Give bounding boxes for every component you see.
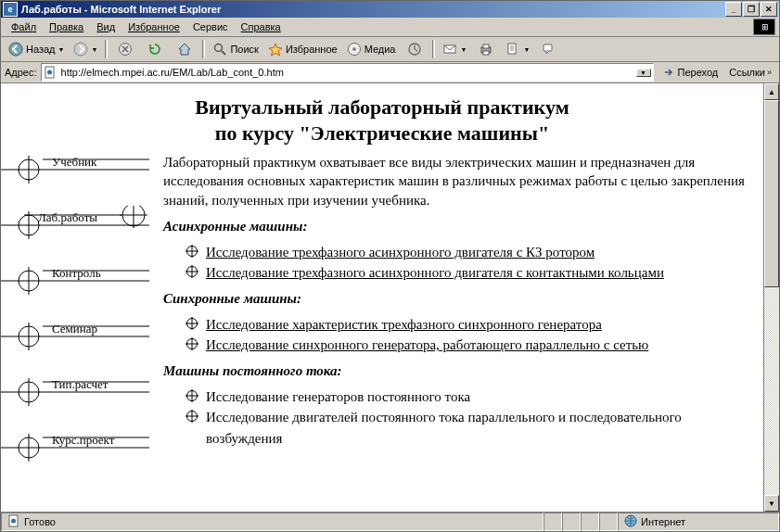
scroll-thumb[interactable]: [764, 100, 779, 287]
address-label: Адрес:: [5, 67, 37, 78]
intro-paragraph: Лабораторный практикум охватывает все ви…: [163, 153, 750, 209]
lab-text-item: Исследование генераторов постоянного ток…: [185, 386, 750, 408]
go-button[interactable]: Переход: [658, 65, 722, 80]
maximize-button[interactable]: ❐: [743, 2, 760, 17]
svg-point-14: [47, 70, 52, 75]
lab-link-text: Исследование синхронного генератора, раб…: [206, 335, 648, 356]
lab-link-item[interactable]: Исследование синхронного генератора, раб…: [185, 335, 750, 356]
go-label: Переход: [678, 67, 719, 78]
brand-logo: ⊞: [753, 19, 775, 35]
media-button[interactable]: Медиа: [343, 38, 400, 60]
lab-link-text: Исследование характеристик трехфазного с…: [206, 314, 602, 336]
menu-view[interactable]: Вид: [90, 19, 121, 34]
nav-label: Лаб.работы: [38, 210, 97, 225]
scroll-up-button[interactable]: ▲: [764, 83, 779, 100]
dropdown-icon: ▼: [523, 46, 530, 53]
lab-link-item[interactable]: Исследование трехфазного асинхронного дв…: [185, 242, 750, 263]
svg-point-5: [352, 47, 356, 51]
page-icon: [44, 66, 57, 79]
address-bar: Адрес: ▼ Переход Ссылки »: [1, 62, 779, 83]
svg-rect-10: [483, 51, 489, 55]
lab-link-text: Исследование трехфазного асинхронного дв…: [206, 242, 595, 263]
search-button[interactable]: Поиск: [209, 38, 262, 60]
nav-label: Тип.расчет: [52, 377, 109, 392]
section-dc-title: Машины постоянного тока: [163, 363, 338, 378]
nav-seminar[interactable]: Семинар: [1, 317, 163, 356]
section-sync-title: Синхронные машины: [163, 291, 297, 306]
nav-label: Контроль: [52, 266, 101, 281]
edit-icon: [505, 42, 520, 57]
status-pad: [543, 513, 562, 531]
edit-button[interactable]: ▼: [502, 38, 533, 60]
lab-text: Исследование двигателей постоянного тока…: [206, 407, 750, 449]
favorites-button[interactable]: Избранное: [264, 38, 341, 60]
svg-rect-12: [543, 44, 552, 51]
home-button[interactable]: [171, 38, 198, 60]
history-icon: [407, 42, 422, 57]
go-icon: [661, 65, 676, 80]
close-button[interactable]: ✕: [761, 2, 777, 17]
nav-textbook[interactable]: Учебник: [1, 150, 163, 189]
home-icon: [177, 42, 192, 57]
globe-icon: [624, 514, 637, 529]
menu-help[interactable]: Справка: [235, 19, 288, 34]
media-label: Медиа: [364, 44, 396, 55]
browser-window: e Лаб.работы - Microsoft Internet Explor…: [0, 0, 780, 532]
menu-tools[interactable]: Сервис: [186, 19, 235, 34]
bullet-icon: [185, 410, 198, 423]
content-viewport: Виртуальный лабораторный практикум по ку…: [1, 83, 779, 512]
svg-point-0: [9, 43, 22, 56]
print-button[interactable]: [472, 38, 500, 60]
svg-point-3: [215, 44, 223, 52]
forward-button[interactable]: ▼: [70, 38, 101, 60]
address-dropdown[interactable]: ▼: [636, 69, 651, 77]
vertical-scrollbar[interactable]: ▲ ▼: [763, 83, 779, 512]
back-button[interactable]: Назад ▼: [5, 38, 68, 60]
zone-text: Интернет: [641, 516, 685, 527]
back-arrow-icon: [8, 42, 23, 57]
lab-link-text: Исследование трехфазного асинхронного дв…: [206, 262, 664, 284]
menu-file[interactable]: Файл: [5, 19, 43, 34]
forward-arrow-icon: [73, 42, 88, 57]
refresh-icon: [147, 42, 162, 57]
status-pad: [581, 513, 599, 531]
nav-label: Курс.проект: [52, 433, 114, 448]
nav-typcalc[interactable]: Тип.расчет: [1, 373, 163, 412]
minimize-button[interactable]: _: [725, 2, 742, 17]
nav-courseproj[interactable]: Курс.проект: [1, 428, 163, 467]
stop-button[interactable]: [111, 38, 139, 60]
lab-link-item[interactable]: Исследование трехфазного асинхронного дв…: [185, 262, 750, 284]
nav-control[interactable]: Контроль: [1, 261, 163, 300]
search-label: Поиск: [230, 44, 258, 55]
sidebar-nav: Учебник Лаб: [1, 146, 163, 484]
discuss-button[interactable]: [535, 38, 563, 60]
refresh-button[interactable]: [141, 38, 169, 60]
favorites-label: Избранное: [286, 44, 338, 55]
toolbar: Назад ▼ ▼: [1, 37, 779, 62]
history-button[interactable]: [401, 38, 428, 60]
security-zone: Интернет: [618, 513, 779, 531]
dropdown-icon: ▼: [58, 46, 65, 53]
page-title-line1: Виртуальный лабораторный практикум: [1, 95, 763, 120]
scroll-down-button[interactable]: ▼: [764, 495, 779, 512]
chevron-right-icon: »: [767, 68, 772, 77]
nav-labs[interactable]: Лаб.работы: [1, 206, 163, 245]
document-icon: [7, 514, 20, 529]
stop-icon: [118, 42, 133, 57]
lab-link-item[interactable]: Исследование характеристик трехфазного с…: [185, 314, 750, 336]
bullet-icon: [185, 337, 198, 350]
main-content: Лабораторный практикум охватывает все ви…: [163, 146, 763, 484]
media-icon: [347, 42, 362, 57]
address-field-wrap[interactable]: ▼: [41, 63, 654, 82]
menu-edit[interactable]: Правка: [43, 19, 90, 34]
bullet-icon: [185, 245, 198, 258]
menu-favorites[interactable]: Избранное: [121, 19, 186, 34]
mail-button[interactable]: ▼: [439, 38, 470, 60]
address-input[interactable]: [59, 66, 636, 79]
nav-label: Семинар: [52, 322, 97, 336]
bullet-icon: [185, 317, 198, 330]
scroll-track[interactable]: [764, 100, 779, 495]
links-button[interactable]: Ссылки »: [725, 67, 775, 78]
svg-point-61: [11, 519, 16, 524]
status-pad: [599, 513, 618, 531]
